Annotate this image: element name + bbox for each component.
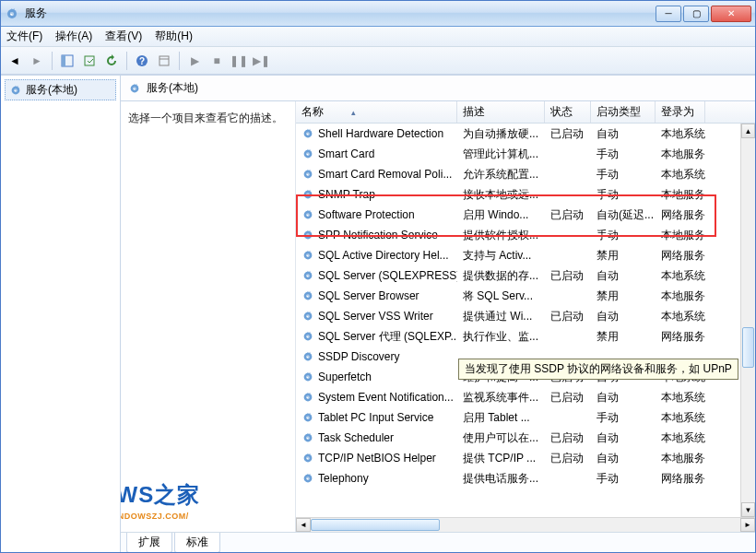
service-desc: 执行作业、监... <box>457 329 545 345</box>
service-startup: 自动 <box>591 126 656 142</box>
gear-icon <box>301 269 314 282</box>
service-startup: 自动 <box>591 268 656 284</box>
restart-button[interactable]: ▶❚ <box>251 51 271 71</box>
window-title: 服务 <box>25 6 654 21</box>
list-rows: 当发现了使用 SSDP 协议的网络设备和服务，如 UPnP Shell Hard… <box>296 124 740 517</box>
service-desc: 启用 Tablet ... <box>457 410 545 426</box>
scroll-thumb-h[interactable] <box>311 519 440 531</box>
service-startup: 手动 <box>591 471 656 487</box>
service-logon: 本地服务 <box>656 147 705 162</box>
service-row[interactable]: System Event Notification...监视系统事件...已启动… <box>296 387 740 407</box>
service-row[interactable]: SQL Server VSS Writer提供通过 Wi...已启动自动本地系统 <box>296 306 740 326</box>
toolbar: ◄ ► ? ▶ ■ ❚❚ ▶❚ <box>1 47 755 75</box>
gear-icon <box>301 371 314 383</box>
service-name: SNMP Trap <box>318 188 375 201</box>
gear-icon <box>128 82 141 95</box>
service-desc: 提供软件授权... <box>457 228 545 243</box>
app-icon <box>5 6 19 21</box>
col-status[interactable]: 状态 <box>545 101 591 123</box>
service-logon: 本地系统 <box>656 410 705 426</box>
service-row[interactable]: TCP/IP NetBIOS Helper提供 TCP/IP ...已启动自动本… <box>296 448 740 468</box>
service-status: 已启动 <box>545 430 591 446</box>
service-startup: 自动 <box>591 430 656 446</box>
service-row[interactable]: SQL Server 代理 (SQLEXP...执行作业、监...禁用网络服务 <box>296 326 740 347</box>
service-startup: 自动(延迟... <box>591 207 656 223</box>
start-button[interactable]: ▶ <box>184 51 205 71</box>
service-row[interactable]: Shell Hardware Detection为自动播放硬...已启动自动本地… <box>296 124 740 144</box>
col-name[interactable]: 名称▴ <box>296 101 457 123</box>
service-row[interactable]: Software Protection启用 Windo...已启动自动(延迟..… <box>296 205 740 225</box>
service-desc: 提供通过 Wi... <box>457 309 545 324</box>
service-row[interactable]: Smart Card管理此计算机...手动本地服务 <box>296 144 740 164</box>
service-name: TCP/IP NetBIOS Helper <box>318 452 436 465</box>
service-row[interactable]: Tablet PC Input Service启用 Tablet ...手动本地… <box>296 407 740 428</box>
tab-standard[interactable]: 标准 <box>174 533 220 552</box>
service-row[interactable]: SQL Server Browser将 SQL Serv...禁用本地服务 <box>296 286 740 306</box>
service-row[interactable]: SQL Active Directory Hel...支持与 Activ...禁… <box>296 245 740 265</box>
forward-button[interactable]: ► <box>27 51 47 71</box>
services-window: 服务 ─ ▢ ✕ 文件(F) 操作(A) 查看(V) 帮助(H) ◄ ► ? ▶… <box>0 0 756 553</box>
tab-extended[interactable]: 扩展 <box>126 533 172 552</box>
scroll-up-button[interactable]: ▲ <box>741 124 755 138</box>
svg-rect-4 <box>85 56 94 65</box>
service-desc: 提供 TCP/IP ... <box>457 451 545 466</box>
horizontal-scrollbar[interactable]: ◄ ► <box>296 517 755 532</box>
refresh-button[interactable] <box>101 51 122 71</box>
gear-icon <box>301 330 314 343</box>
gear-icon <box>301 391 314 404</box>
service-name: SQL Server 代理 (SQLEXP... <box>318 329 457 345</box>
service-startup: 手动 <box>591 410 656 426</box>
tree-root-label: 服务(本地) <box>26 82 77 98</box>
back-button[interactable]: ◄ <box>5 51 25 71</box>
service-status: 已启动 <box>545 126 591 142</box>
stop-button[interactable]: ■ <box>207 51 227 71</box>
scroll-right-button[interactable]: ► <box>740 518 755 532</box>
service-desc: 提供数据的存... <box>457 268 545 284</box>
service-startup: 自动 <box>591 390 656 406</box>
gear-icon <box>301 452 314 465</box>
service-row[interactable]: SPP Notification Service提供软件授权...手动本地服务 <box>296 225 740 245</box>
scroll-down-button[interactable]: ▼ <box>741 502 755 517</box>
close-button[interactable]: ✕ <box>711 6 751 22</box>
service-row[interactable]: Telephony提供电话服务...手动网络服务 <box>296 468 740 488</box>
export-button[interactable] <box>79 51 100 71</box>
service-row[interactable]: Task Scheduler使用户可以在...已启动自动本地系统 <box>296 428 740 448</box>
tree-root-node[interactable]: 服务(本地) <box>5 79 116 100</box>
col-startup[interactable]: 启动类型 <box>591 101 656 123</box>
menu-action[interactable]: 操作(A) <box>55 29 92 44</box>
minimize-button[interactable]: ─ <box>656 6 681 22</box>
service-row[interactable]: SQL Server (SQLEXPRESS)提供数据的存...已启动自动本地系… <box>296 265 740 286</box>
scroll-left-button[interactable]: ◄ <box>296 518 311 532</box>
help-button[interactable]: ? <box>132 51 152 71</box>
service-logon: 本地服务 <box>656 228 705 243</box>
menu-help[interactable]: 帮助(H) <box>155 29 193 44</box>
service-name: Smart Card <box>318 147 374 160</box>
service-logon: 本地服务 <box>656 187 705 203</box>
show-hide-tree-button[interactable] <box>57 51 77 71</box>
menu-file[interactable]: 文件(F) <box>6 29 42 44</box>
vertical-scrollbar[interactable]: ▲ ▼ <box>740 124 755 517</box>
service-startup: 手动 <box>591 228 656 243</box>
gear-icon <box>301 249 314 262</box>
gear-icon <box>301 472 314 485</box>
service-status: 已启动 <box>545 390 591 406</box>
titlebar[interactable]: 服务 ─ ▢ ✕ <box>1 1 755 27</box>
service-name: System Event Notification... <box>318 391 454 404</box>
col-logon[interactable]: 登录为 <box>656 101 705 123</box>
gear-icon <box>9 84 22 97</box>
col-desc[interactable]: 描述 <box>457 101 545 123</box>
pause-button[interactable]: ❚❚ <box>229 51 249 71</box>
properties-button[interactable] <box>154 51 174 71</box>
scroll-thumb[interactable] <box>742 327 754 368</box>
service-name: Telephony <box>318 472 369 485</box>
right-pane: 服务(本地) 选择一个项目来查看它的描述。 WINDOWS之家 HTTP://W… <box>121 76 755 552</box>
maximize-button[interactable]: ▢ <box>683 6 709 22</box>
service-row[interactable]: Smart Card Removal Poli...允许系统配置...手动本地系… <box>296 164 740 184</box>
service-desc: 将 SQL Serv... <box>457 288 545 304</box>
services-list: 名称▴ 描述 状态 启动类型 登录为 当发现了使用 SSDP 协议的网络设备和服… <box>296 101 755 532</box>
service-row[interactable]: SNMP Trap接收本地或远...手动本地服务 <box>296 184 740 205</box>
service-logon: 网络服务 <box>656 207 705 223</box>
menu-view[interactable]: 查看(V) <box>105 29 142 44</box>
service-name: SQL Server VSS Writer <box>318 310 433 323</box>
bottom-tabs: 扩展 标准 <box>121 532 755 552</box>
